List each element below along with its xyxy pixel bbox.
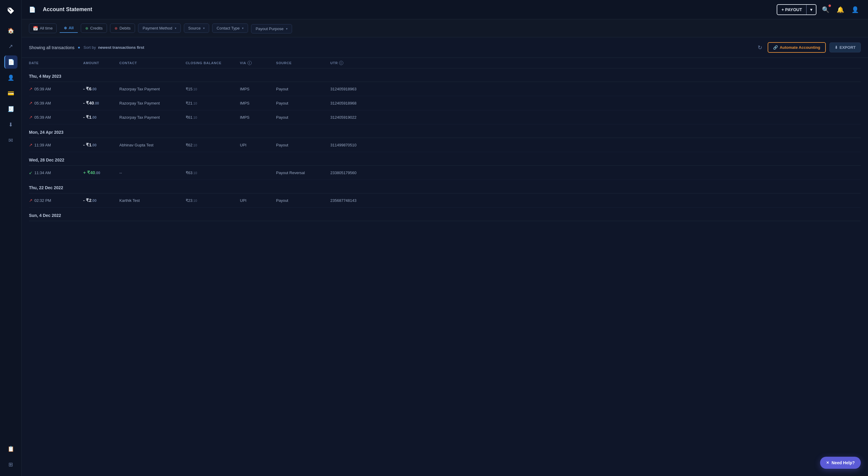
col-date: DATE [29, 61, 83, 65]
txn-utr: 312405918968 [330, 101, 391, 105]
txn-balance: ₹62.10 [186, 143, 240, 147]
txn-time: ↙ 11:34 AM [29, 170, 83, 175]
credits-icon: ⊕ [85, 26, 88, 30]
date-filter-label: All time [40, 26, 53, 30]
export-button[interactable]: ⬇ EXPORT [830, 42, 861, 53]
refresh-button[interactable]: ↻ [756, 42, 764, 53]
sidebar-item-arrow[interactable]: ↗ [4, 40, 18, 53]
col-closing-balance: CLOSING BALANCE [186, 61, 240, 65]
column-headers: DATE AMOUNT CONTACT CLOSING BALANCE VIA … [29, 58, 861, 68]
date-group-1: Thu, 4 May 2023 ↗ 05:39 AM - ₹6.00 Razor… [29, 68, 861, 124]
txn-amount: - ₹1.00 [83, 115, 119, 120]
logo[interactable] [5, 5, 17, 17]
txn-source: Payout Reversal [276, 170, 330, 175]
notification-button[interactable]: 🔔 [835, 4, 846, 15]
transaction-header-right: ↻ 🔗 Automate Accounting ⬇ EXPORT [756, 42, 861, 53]
showing-label: Showing all transactions [29, 45, 74, 50]
user-button[interactable]: 👤 [849, 4, 861, 15]
txn-contact: Karthik Test [119, 198, 186, 203]
table-row[interactable]: ↗ 11:39 AM - ₹1.00 Abhinav Gupta Test ₹6… [29, 138, 861, 152]
debits-filter-label: Debits [119, 26, 130, 30]
sort-prefix: Sort by [84, 45, 96, 50]
utr-info-icon[interactable]: i [339, 61, 343, 65]
contact-type-dropdown[interactable]: Contact Type ▾ [212, 24, 248, 33]
all-filter-icon: ⊕ [64, 26, 67, 30]
dot-separator [78, 47, 80, 49]
all-filter-label: All [69, 26, 74, 30]
credits-filter-button[interactable]: ⊕ Credits [81, 24, 107, 33]
transaction-header-left: Showing all transactions Sort by newest … [29, 45, 144, 50]
table-row[interactable]: ↗ 02:32 PM - ₹2.00 Karthik Test ₹23.10 U… [29, 193, 861, 208]
col-source: SOURCE [276, 61, 330, 65]
table-row[interactable]: ↗ 05:39 AM - ₹6.00 Razorpay Tax Payment … [29, 82, 861, 96]
table-row[interactable]: ↗ 05:39 AM - ₹1.00 Razorpay Tax Payment … [29, 110, 861, 124]
txn-via: IMPS [240, 87, 276, 91]
txn-utr: 233805179560 [330, 170, 391, 175]
txn-contact: -- [119, 170, 186, 175]
txn-via: IMPS [240, 101, 276, 105]
txn-source: Payout [276, 143, 330, 147]
page-title: Account Statement [43, 6, 92, 13]
table-row[interactable]: ↙ 11:34 AM + ₹40.00 -- ₹63.10 Payout Rev… [29, 166, 861, 180]
col-via: VIA i [240, 61, 276, 65]
filter-bar: 📅 All time ⊕ All ⊕ Credits ⊕ Debits Paym… [22, 19, 868, 37]
txn-utr: 312405919022 [330, 115, 391, 120]
payout-purpose-label: Payout Purpose [255, 27, 284, 31]
txn-amount: - ₹40.00 [83, 100, 119, 106]
date-header-2: Mon, 24 Apr 2023 [29, 124, 861, 138]
txn-source: Payout [276, 101, 330, 105]
export-label: EXPORT [840, 45, 856, 50]
table-row[interactable]: ↗ 05:39 AM - ₹40.00 Razorpay Tax Payment… [29, 96, 861, 110]
all-filter-button[interactable]: ⊕ All [60, 24, 78, 33]
debit-icon: ↗ [29, 101, 33, 105]
txn-utr: 311499870510 [330, 143, 391, 147]
automate-accounting-button[interactable]: 🔗 Automate Accounting [768, 42, 826, 53]
sidebar-item-send[interactable]: ✉ [4, 134, 18, 147]
sidebar-item-document[interactable]: 📄 [4, 56, 18, 69]
sidebar: 🏠 ↗ 📄 👤 💳 🧾 ⬇ ✉ 📋 ⊞ [0, 0, 22, 476]
chevron-down-icon-2: ▾ [203, 27, 205, 30]
col-utr: UTR i [330, 61, 391, 65]
txn-via: IMPS [240, 115, 276, 120]
via-info-icon[interactable]: i [247, 61, 252, 65]
payout-main-button[interactable]: + PAYOUT [777, 5, 807, 14]
calendar-icon: 📅 [33, 26, 38, 31]
sidebar-item-home[interactable]: 🏠 [4, 24, 18, 37]
sidebar-item-card[interactable]: 💳 [4, 87, 18, 100]
txn-amount: - ₹6.00 [83, 86, 119, 92]
need-help-button[interactable]: ✕ Need Help? [820, 457, 861, 469]
payment-method-dropdown[interactable]: Payment Method ▾ [138, 24, 181, 33]
close-icon: ✕ [826, 461, 829, 465]
source-dropdown[interactable]: Source ▾ [184, 24, 209, 33]
debits-filter-button[interactable]: ⊕ Debits [110, 24, 135, 33]
txn-amount: - ₹1.00 [83, 142, 119, 148]
contact-type-label: Contact Type [217, 26, 240, 30]
content-area: Showing all transactions Sort by newest … [22, 37, 868, 476]
sidebar-item-grid[interactable]: ⊞ [4, 458, 18, 471]
chevron-down-icon-3: ▾ [242, 27, 244, 30]
txn-source: Payout [276, 87, 330, 91]
topbar: 📄 Account Statement + PAYOUT ▾ 🔍 🔔 👤 [22, 0, 868, 19]
txn-balance: ₹21.10 [186, 101, 240, 105]
debit-icon: ↗ [29, 198, 33, 203]
txn-balance: ₹61.10 [186, 115, 240, 120]
payout-button-wrapper[interactable]: + PAYOUT ▾ [777, 4, 816, 15]
sidebar-item-person[interactable]: 👤 [4, 71, 18, 84]
date-group-4: Thu, 22 Dec 2022 ↗ 02:32 PM - ₹2.00 Kart… [29, 180, 861, 208]
debit-icon: ↗ [29, 142, 33, 147]
topbar-actions: + PAYOUT ▾ 🔍 🔔 👤 [777, 4, 861, 15]
sidebar-item-receipt[interactable]: 🧾 [4, 102, 18, 116]
sidebar-item-download[interactable]: ⬇ [4, 118, 18, 131]
txn-utr: 312405918963 [330, 87, 391, 91]
sidebar-item-clipboard[interactable]: 📋 [4, 442, 18, 455]
search-button[interactable]: 🔍 [820, 4, 831, 15]
txn-time: ↗ 02:32 PM [29, 198, 83, 203]
payout-purpose-dropdown[interactable]: Payout Purpose ▾ [251, 24, 292, 33]
txn-amount: - ₹2.00 [83, 198, 119, 203]
col-amount: AMOUNT [83, 61, 119, 65]
payout-dropdown-button[interactable]: ▾ [807, 5, 816, 14]
date-group-2: Mon, 24 Apr 2023 ↗ 11:39 AM - ₹1.00 Abhi… [29, 124, 861, 152]
date-filter-button[interactable]: 📅 All time [29, 24, 57, 33]
debit-icon: ↗ [29, 87, 33, 91]
txn-time: ↗ 05:39 AM [29, 87, 83, 91]
